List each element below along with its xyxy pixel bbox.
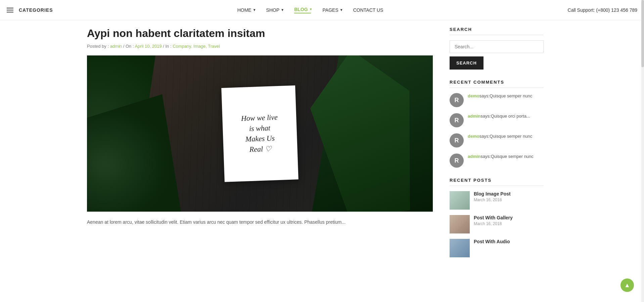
recent-post-title[interactable]: Post With Audio	[474, 239, 510, 244]
post-info: Post With Audio	[474, 239, 510, 245]
post-info: Blog Image Post March 16, 2018	[474, 191, 511, 202]
nav-link-home[interactable]: HOME ▼	[237, 7, 256, 13]
scrollbar-track[interactable]	[641, 0, 644, 274]
list-item: Post With Audio	[450, 239, 544, 257]
sidebar: SEARCH SEARCH RECENT COMMENTS R demosays…	[443, 20, 544, 274]
list-item: R adminsays:Quisque semper nunc	[450, 154, 544, 168]
post-thumbnail	[450, 239, 470, 257]
post-thumbnail	[450, 191, 470, 210]
comment-text: demosays:Quisque semper nunc	[468, 133, 532, 139]
nav-link-shop[interactable]: SHOP ▼	[266, 7, 284, 13]
comment-author-link[interactable]: admin	[468, 114, 480, 119]
post-author-link[interactable]: admin	[110, 44, 122, 49]
chevron-down-icon: ▼	[253, 8, 256, 12]
recent-post-title[interactable]: Post With Gallery	[474, 215, 513, 220]
list-item: Blog Image Post March 16, 2018	[450, 191, 544, 210]
quote-card-text: How we live is what Makes Us Real ♡	[234, 105, 286, 162]
post-meta: Posted by : admin / On : April 10, 2019 …	[87, 44, 433, 49]
recent-comments-title: RECENT COMMENTS	[450, 80, 544, 88]
search-container: SEARCH	[450, 40, 544, 70]
nav-item-blog[interactable]: BLOG ▼	[294, 7, 312, 13]
post-image-bg: How we live is what Makes Us Real ♡	[87, 55, 433, 212]
nav-item-contact[interactable]: CONTACT US	[353, 7, 383, 13]
chevron-down-icon: ▼	[340, 8, 343, 12]
post-excerpt: Aenean at lorem arcu, vitae sollicitudin…	[87, 218, 433, 226]
search-section-title: SEARCH	[450, 27, 544, 35]
nav-item-shop[interactable]: SHOP ▼	[266, 7, 284, 13]
list-item: Post With Gallery March 16, 2018	[450, 215, 544, 233]
comment-author-link[interactable]: admin	[468, 154, 480, 159]
recent-post-date: March 16, 2018	[474, 198, 511, 202]
recent-post-date: March 16, 2018	[474, 221, 513, 226]
comment-text: demosays:Quisque semper nunc	[468, 93, 532, 99]
list-item: R adminsays:Quisque orci porta...	[450, 113, 544, 127]
avatar: R	[450, 133, 464, 147]
list-item: R demosays:Quisque semper nunc	[450, 93, 544, 107]
search-button[interactable]: SEARCH	[450, 56, 484, 70]
avatar: R	[450, 154, 464, 168]
sidebar-recent-comments-section: RECENT COMMENTS R demosays:Quisque sempe…	[450, 80, 544, 168]
comment-author-link[interactable]: demo	[468, 134, 479, 139]
support-label: Call Support: (+800) 123 456 789	[568, 7, 637, 13]
sidebar-recent-posts-section: RECENT POSTS Blog Image Post March 16, 2…	[450, 178, 544, 257]
post-featured-image: How we live is what Makes Us Real ♡	[87, 55, 433, 212]
categories-label[interactable]: CATEGORIES	[19, 7, 53, 13]
avatar: R	[450, 113, 464, 127]
post-categories-link[interactable]: Company, Image, Travel	[173, 44, 220, 49]
nav-link-contact[interactable]: CONTACT US	[353, 7, 383, 13]
main-nav: HOME ▼ SHOP ▼ BLOG ▼ PAGES	[237, 7, 383, 13]
scrollbar-thumb[interactable]	[641, 0, 644, 67]
post-info: Post With Gallery March 16, 2018	[474, 215, 513, 226]
search-input[interactable]	[450, 40, 544, 53]
site-header: CATEGORIES HOME ▼ SHOP ▼ BLOG ▼	[0, 0, 644, 20]
quote-card: How we live is what Makes Us Real ♡	[221, 85, 298, 182]
page-container: Aypi non habent claritatem insitam Poste…	[80, 20, 564, 274]
post-thumbnail	[450, 215, 470, 233]
list-item: R demosays:Quisque semper nunc	[450, 133, 544, 147]
nav-item-home[interactable]: HOME ▼	[237, 7, 256, 13]
post-title: Aypi non habent claritatem insitam	[87, 27, 433, 40]
recent-post-title[interactable]: Blog Image Post	[474, 191, 511, 197]
chevron-down-icon: ▼	[281, 8, 284, 12]
comment-text: adminsays:Quisque orci porta...	[468, 113, 530, 119]
nav-item-pages[interactable]: PAGES ▼	[323, 7, 343, 13]
main-content: Aypi non habent claritatem insitam Poste…	[87, 20, 443, 274]
avatar: R	[450, 93, 464, 107]
comment-text: adminsays:Quisque semper nunc	[468, 154, 534, 160]
nav-link-pages[interactable]: PAGES ▼	[323, 7, 343, 13]
hamburger-menu-icon[interactable]	[7, 8, 13, 12]
header-left: CATEGORIES	[7, 7, 53, 13]
recent-posts-title: RECENT POSTS	[450, 178, 544, 186]
chevron-down-icon: ▼	[309, 7, 313, 11]
post-date-link[interactable]: April 10, 2019	[135, 44, 162, 49]
comment-author-link[interactable]: demo	[468, 93, 479, 98]
sidebar-search-section: SEARCH SEARCH	[450, 27, 544, 70]
nav-link-blog[interactable]: BLOG ▼	[294, 7, 312, 12]
support-info: Call Support: (+800) 123 456 789	[568, 7, 637, 13]
